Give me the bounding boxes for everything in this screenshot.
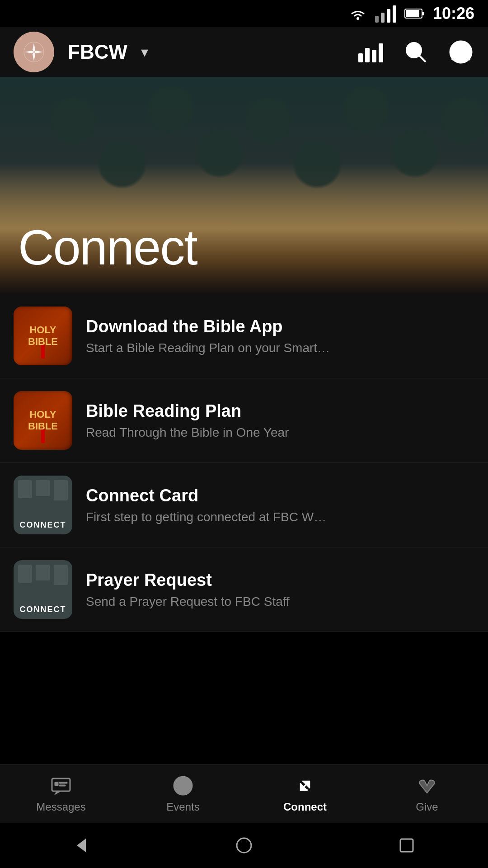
tab-events-label: Events — [166, 801, 199, 813]
item-title: Prayer Request — [86, 571, 474, 590]
svg-rect-2 — [422, 12, 424, 15]
prayer-request-icon: CONNECT — [14, 560, 72, 619]
brand-name: FBCW — [68, 41, 127, 63]
tab-messages-label: Messages — [36, 801, 85, 813]
svg-marker-16 — [77, 839, 86, 852]
item-title: Bible Reading Plan — [86, 401, 474, 421]
connect-icon — [294, 774, 316, 797]
give-icon — [416, 774, 438, 797]
recent-button[interactable] — [393, 832, 420, 859]
connect-card-icon: CONNECT — [14, 476, 72, 534]
signal-icon — [375, 5, 396, 23]
svg-point-7 — [450, 41, 472, 63]
bible-app-icon: HOLYBIBLE — [14, 307, 72, 365]
hero-section: Connect — [0, 77, 488, 294]
item-subtitle: First step to getting connected at FBC W… — [86, 510, 474, 524]
tab-give[interactable]: Give — [366, 764, 488, 823]
home-button[interactable] — [230, 832, 258, 859]
svg-rect-12 — [59, 782, 67, 783]
item-title: Download the Bible App — [86, 317, 474, 336]
item-subtitle: Start a Bible Reading Plan on your Smart… — [86, 341, 474, 355]
svg-rect-13 — [59, 785, 66, 786]
analytics-button[interactable] — [357, 38, 384, 66]
svg-rect-11 — [55, 782, 58, 786]
navbar: FBCW ▾ — [0, 27, 488, 77]
svg-point-0 — [357, 17, 359, 20]
search-button[interactable] — [402, 38, 429, 66]
content-list: HOLYBIBLE Download the Bible App Start a… — [0, 294, 488, 632]
list-item[interactable]: CONNECT Prayer Request Send a Prayer Req… — [0, 547, 488, 632]
svg-point-17 — [237, 838, 251, 853]
list-item[interactable]: HOLYBIBLE Download the Bible App Start a… — [0, 294, 488, 378]
svg-line-6 — [419, 55, 426, 62]
tab-connect[interactable]: Connect — [244, 764, 366, 823]
profile-button[interactable] — [447, 38, 474, 66]
item-subtitle: Send a Prayer Request to FBC Staff — [86, 594, 474, 609]
dropdown-chevron[interactable]: ▾ — [141, 43, 148, 61]
item-title: Connect Card — [86, 486, 474, 505]
battery-icon — [404, 8, 425, 19]
item-subtitle: Read Through the Bible in One Year — [86, 425, 474, 440]
svg-rect-3 — [406, 10, 419, 17]
tab-give-label: Give — [416, 801, 438, 813]
tab-messages[interactable]: Messages — [0, 764, 122, 823]
user-icon — [449, 40, 473, 64]
search-icon — [404, 40, 427, 64]
bible-reading-icon: HOLYBIBLE — [14, 391, 72, 450]
system-nav — [0, 823, 488, 868]
list-item[interactable]: HOLYBIBLE Bible Reading Plan Read Throug… — [0, 378, 488, 463]
app-logo[interactable] — [14, 32, 54, 72]
svg-rect-18 — [400, 839, 413, 852]
wifi-icon — [349, 7, 367, 20]
logo-icon — [23, 41, 45, 63]
tab-connect-label: Connect — [283, 801, 327, 813]
hero-title: Connect — [18, 218, 197, 276]
bottom-nav: Messages Events Connect — [0, 764, 488, 823]
status-bar: 10:26 — [0, 0, 488, 27]
back-button[interactable] — [68, 832, 95, 859]
status-time: 10:26 — [433, 4, 474, 23]
status-icons: 10:26 — [349, 4, 474, 23]
tab-events[interactable]: Events — [122, 764, 244, 823]
list-item[interactable]: CONNECT Connect Card First step to getti… — [0, 463, 488, 547]
messages-icon — [50, 774, 72, 797]
events-icon — [172, 774, 194, 797]
